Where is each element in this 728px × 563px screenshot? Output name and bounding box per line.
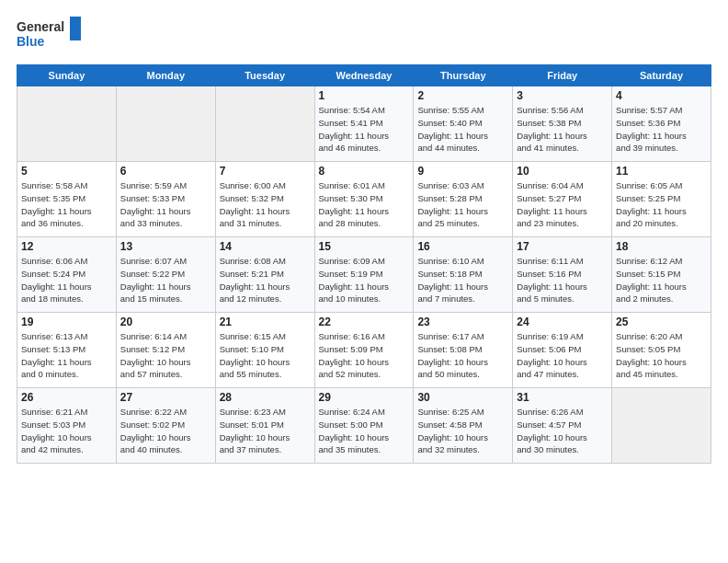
calendar-day-cell: 25Sunrise: 6:20 AM Sunset: 5:05 PM Dayli… [612, 313, 711, 388]
day-info: Sunrise: 6:20 AM Sunset: 5:05 PM Dayligh… [616, 330, 707, 381]
calendar-day-cell: 5Sunrise: 5:58 AM Sunset: 5:35 PM Daylig… [17, 162, 117, 237]
calendar-week-row: 19Sunrise: 6:13 AM Sunset: 5:13 PM Dayli… [17, 313, 711, 388]
day-info: Sunrise: 6:05 AM Sunset: 5:25 PM Dayligh… [616, 179, 707, 230]
calendar-week-row: 12Sunrise: 6:06 AM Sunset: 5:24 PM Dayli… [17, 237, 711, 313]
calendar-day-cell: 4Sunrise: 5:57 AM Sunset: 5:36 PM Daylig… [612, 86, 711, 162]
calendar-day-cell [116, 86, 215, 162]
day-of-week-header: Saturday [612, 65, 711, 86]
day-number: 27 [120, 391, 211, 404]
calendar-day-cell: 27Sunrise: 6:22 AM Sunset: 5:02 PM Dayli… [116, 388, 215, 464]
calendar-day-cell: 10Sunrise: 6:04 AM Sunset: 5:27 PM Dayli… [513, 162, 612, 237]
calendar-day-cell: 31Sunrise: 6:26 AM Sunset: 4:57 PM Dayli… [513, 388, 612, 464]
day-info: Sunrise: 6:22 AM Sunset: 5:02 PM Dayligh… [120, 406, 211, 456]
day-info: Sunrise: 6:06 AM Sunset: 5:24 PM Dayligh… [21, 255, 112, 305]
calendar-day-cell [612, 388, 711, 464]
calendar-day-cell: 18Sunrise: 6:12 AM Sunset: 5:15 PM Dayli… [612, 237, 711, 313]
day-number: 17 [517, 240, 608, 253]
calendar-day-cell: 2Sunrise: 5:55 AM Sunset: 5:40 PM Daylig… [414, 86, 513, 162]
calendar-day-cell: 1Sunrise: 5:54 AM Sunset: 5:41 PM Daylig… [314, 86, 414, 162]
day-info: Sunrise: 6:00 AM Sunset: 5:32 PM Dayligh… [220, 179, 311, 230]
logo: General Blue [17, 17, 81, 55]
calendar-day-cell: 29Sunrise: 6:24 AM Sunset: 5:00 PM Dayli… [314, 388, 414, 464]
day-number: 7 [220, 165, 311, 178]
day-info: Sunrise: 6:25 AM Sunset: 4:58 PM Dayligh… [417, 406, 508, 456]
day-number: 5 [21, 165, 112, 178]
svg-text:Blue: Blue [17, 34, 45, 49]
calendar-day-cell: 9Sunrise: 6:03 AM Sunset: 5:28 PM Daylig… [414, 162, 513, 237]
day-number: 18 [616, 240, 707, 253]
day-info: Sunrise: 6:15 AM Sunset: 5:10 PM Dayligh… [220, 330, 311, 381]
day-number: 13 [120, 240, 211, 253]
calendar-day-cell: 28Sunrise: 6:23 AM Sunset: 5:01 PM Dayli… [215, 388, 314, 464]
day-number: 29 [319, 391, 410, 404]
day-number: 4 [616, 89, 707, 102]
day-number: 25 [616, 316, 707, 328]
calendar-day-cell: 12Sunrise: 6:06 AM Sunset: 5:24 PM Dayli… [17, 237, 117, 313]
day-info: Sunrise: 5:57 AM Sunset: 5:36 PM Dayligh… [616, 104, 707, 155]
day-of-week-header: Thursday [414, 65, 513, 86]
day-info: Sunrise: 6:19 AM Sunset: 5:06 PM Dayligh… [517, 330, 608, 381]
calendar-day-cell: 13Sunrise: 6:07 AM Sunset: 5:22 PM Dayli… [116, 237, 215, 313]
day-info: Sunrise: 5:59 AM Sunset: 5:33 PM Dayligh… [120, 179, 211, 230]
day-info: Sunrise: 6:17 AM Sunset: 5:08 PM Dayligh… [417, 330, 508, 381]
day-of-week-header: Sunday [17, 65, 117, 86]
calendar-week-row: 26Sunrise: 6:21 AM Sunset: 5:03 PM Dayli… [17, 388, 711, 464]
day-number: 26 [21, 391, 112, 404]
day-info: Sunrise: 6:09 AM Sunset: 5:19 PM Dayligh… [319, 255, 410, 305]
calendar-day-cell: 26Sunrise: 6:21 AM Sunset: 5:03 PM Dayli… [17, 388, 117, 464]
day-info: Sunrise: 6:01 AM Sunset: 5:30 PM Dayligh… [319, 179, 410, 230]
calendar-day-cell: 24Sunrise: 6:19 AM Sunset: 5:06 PM Dayli… [513, 313, 612, 388]
day-number: 16 [417, 240, 508, 253]
day-number: 23 [417, 316, 508, 328]
day-info: Sunrise: 6:14 AM Sunset: 5:12 PM Dayligh… [120, 330, 211, 381]
calendar-day-cell: 30Sunrise: 6:25 AM Sunset: 4:58 PM Dayli… [414, 388, 513, 464]
calendar-day-cell: 14Sunrise: 6:08 AM Sunset: 5:21 PM Dayli… [215, 237, 314, 313]
calendar-header-row: SundayMondayTuesdayWednesdayThursdayFrid… [17, 65, 711, 86]
day-info: Sunrise: 6:08 AM Sunset: 5:21 PM Dayligh… [220, 255, 311, 305]
calendar-day-cell: 23Sunrise: 6:17 AM Sunset: 5:08 PM Dayli… [414, 313, 513, 388]
day-info: Sunrise: 5:54 AM Sunset: 5:41 PM Dayligh… [319, 104, 410, 155]
day-of-week-header: Monday [116, 65, 215, 86]
day-number: 28 [220, 391, 311, 404]
day-number: 30 [417, 391, 508, 404]
day-number: 14 [220, 240, 311, 253]
day-number: 11 [616, 165, 707, 178]
calendar-table: SundayMondayTuesdayWednesdayThursdayFrid… [17, 64, 711, 464]
calendar-day-cell [215, 86, 314, 162]
day-number: 24 [517, 316, 608, 328]
day-number: 21 [220, 316, 311, 328]
day-info: Sunrise: 6:07 AM Sunset: 5:22 PM Dayligh… [120, 255, 211, 305]
day-info: Sunrise: 5:55 AM Sunset: 5:40 PM Dayligh… [417, 104, 508, 155]
day-info: Sunrise: 6:10 AM Sunset: 5:18 PM Dayligh… [417, 255, 508, 305]
day-number: 9 [417, 165, 508, 178]
day-info: Sunrise: 6:26 AM Sunset: 4:57 PM Dayligh… [517, 406, 608, 456]
day-of-week-header: Friday [513, 65, 612, 86]
day-info: Sunrise: 6:03 AM Sunset: 5:28 PM Dayligh… [417, 179, 508, 230]
day-number: 31 [517, 391, 608, 404]
day-number: 20 [120, 316, 211, 328]
calendar-week-row: 1Sunrise: 5:54 AM Sunset: 5:41 PM Daylig… [17, 86, 711, 162]
day-number: 10 [517, 165, 608, 178]
day-info: Sunrise: 5:56 AM Sunset: 5:38 PM Dayligh… [517, 104, 608, 155]
calendar-day-cell: 11Sunrise: 6:05 AM Sunset: 5:25 PM Dayli… [612, 162, 711, 237]
calendar-day-cell: 3Sunrise: 5:56 AM Sunset: 5:38 PM Daylig… [513, 86, 612, 162]
calendar-week-row: 5Sunrise: 5:58 AM Sunset: 5:35 PM Daylig… [17, 162, 711, 237]
calendar-day-cell: 22Sunrise: 6:16 AM Sunset: 5:09 PM Dayli… [314, 313, 414, 388]
day-of-week-header: Wednesday [314, 65, 414, 86]
day-number: 19 [21, 316, 112, 328]
day-info: Sunrise: 6:23 AM Sunset: 5:01 PM Dayligh… [220, 406, 311, 456]
calendar-day-cell: 17Sunrise: 6:11 AM Sunset: 5:16 PM Dayli… [513, 237, 612, 313]
day-number: 12 [21, 240, 112, 253]
day-info: Sunrise: 6:04 AM Sunset: 5:27 PM Dayligh… [517, 179, 608, 230]
svg-text:General: General [17, 19, 64, 34]
day-number: 8 [319, 165, 410, 178]
day-info: Sunrise: 6:24 AM Sunset: 5:00 PM Dayligh… [319, 406, 410, 456]
calendar-day-cell: 16Sunrise: 6:10 AM Sunset: 5:18 PM Dayli… [414, 237, 513, 313]
calendar-day-cell: 15Sunrise: 6:09 AM Sunset: 5:19 PM Dayli… [314, 237, 414, 313]
day-of-week-header: Tuesday [215, 65, 314, 86]
calendar-day-cell: 8Sunrise: 6:01 AM Sunset: 5:30 PM Daylig… [314, 162, 414, 237]
day-info: Sunrise: 6:12 AM Sunset: 5:15 PM Dayligh… [616, 255, 707, 305]
calendar-day-cell: 19Sunrise: 6:13 AM Sunset: 5:13 PM Dayli… [17, 313, 117, 388]
calendar-day-cell: 7Sunrise: 6:00 AM Sunset: 5:32 PM Daylig… [215, 162, 314, 237]
calendar-day-cell: 20Sunrise: 6:14 AM Sunset: 5:12 PM Dayli… [116, 313, 215, 388]
